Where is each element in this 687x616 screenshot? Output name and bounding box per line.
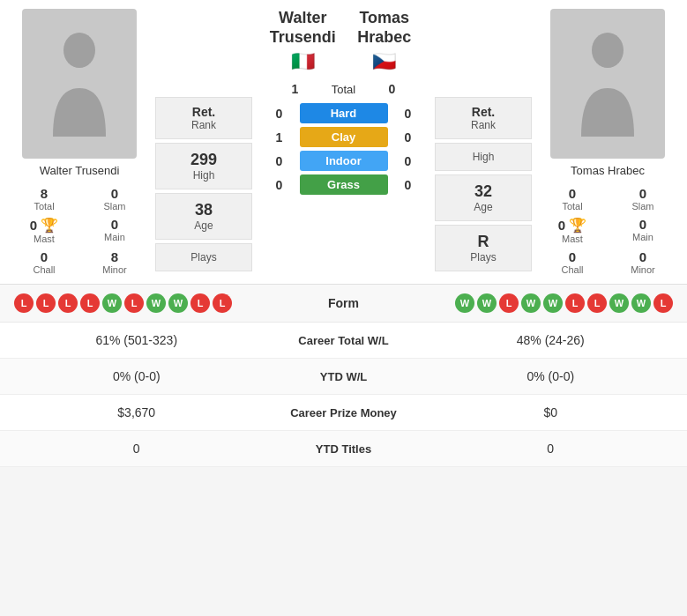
right-mast-cell: 0 🏆 Mast xyxy=(537,217,608,244)
left-plays-box: Plays xyxy=(155,243,252,271)
right-rank-value: Ret. xyxy=(472,105,495,119)
right-plays-box: R Plays xyxy=(435,225,532,271)
right-total-cell: 0 Total xyxy=(537,186,608,212)
right-mast-value: 0 xyxy=(558,218,565,233)
stats-row-left-1: 0% (0-0) xyxy=(18,369,256,383)
player-left-stats: 8 Total 0 Slam 0 🏆 Mast 0 Main xyxy=(9,186,150,275)
form-badge-w: W xyxy=(631,293,651,313)
surface-right-score-3: 0 xyxy=(395,178,422,192)
stats-row-right-1: 0% (0-0) xyxy=(432,369,670,383)
left-slam-cell: 0 Slam xyxy=(79,186,150,212)
stats-row-left-2: $3,670 xyxy=(18,405,256,419)
total-right-score: 0 xyxy=(379,82,406,96)
surface-rows: 0 Hard 0 1 Clay 0 0 Indoor 0 0 Grass 0 xyxy=(258,103,429,198)
svg-point-0 xyxy=(63,33,95,68)
right-age-value: 32 xyxy=(474,182,492,201)
form-badge-l: L xyxy=(499,293,519,313)
left-rank-label: Rank xyxy=(191,119,216,131)
left-total-label: Total xyxy=(34,201,54,212)
stats-row-0: 61% (501-323) Career Total W/L 48% (24-2… xyxy=(0,323,687,359)
left-chall-cell: 0 Chall xyxy=(9,249,79,275)
right-rank-box: Ret. Rank xyxy=(435,97,532,139)
form-badge-w: W xyxy=(146,293,166,313)
surface-row-hard: 0 Hard 0 xyxy=(258,103,429,123)
right-minor-label: Minor xyxy=(631,264,655,275)
right-rank-label: Rank xyxy=(471,119,496,131)
form-badge-l: L xyxy=(190,293,210,313)
player-left-avatar xyxy=(22,9,137,159)
match-center: Walter Trusendi 🇮🇹 Tomas Hrabec 🇨🇿 1 Tot… xyxy=(258,9,429,275)
right-main-value: 0 xyxy=(639,217,646,232)
left-rank-box: Ret. Rank xyxy=(155,97,252,139)
stats-row-3: 0 YTD Titles 0 xyxy=(0,431,687,467)
stats-row-label-1: YTD W/L xyxy=(256,370,432,383)
player-left: Walter Trusendi 8 Total 0 Slam 0 🏆 Mast xyxy=(9,9,150,275)
form-badge-w: W xyxy=(521,293,541,313)
right-high-value: High xyxy=(473,151,495,163)
right-slam-cell: 0 Slam xyxy=(608,186,678,212)
stats-row-left-0: 61% (501-323) xyxy=(18,333,256,347)
surface-badge-clay: Clay xyxy=(300,127,388,147)
surface-right-score-0: 0 xyxy=(395,107,422,121)
surface-row-grass: 0 Grass 0 xyxy=(258,174,429,195)
form-label: Form xyxy=(232,296,455,310)
center-right-stats: Ret. Rank High 32 Age R Plays xyxy=(435,9,532,275)
surface-left-score-3: 0 xyxy=(266,178,293,192)
left-flag: 🇮🇹 xyxy=(266,50,340,73)
left-form-badges: LLLLWLWWLL xyxy=(14,293,232,313)
total-label: Total xyxy=(309,83,379,96)
right-slam-value: 0 xyxy=(639,186,646,201)
form-badge-l: L xyxy=(565,293,585,313)
left-mast-label: Mast xyxy=(34,234,55,244)
right-main-cell: 0 Main xyxy=(608,217,678,244)
center-left-stats: Ret. Rank 299 High 38 Age Plays xyxy=(155,9,252,275)
stats-row-label-2: Career Prize Money xyxy=(256,406,432,419)
stats-row-right-2: $0 xyxy=(432,405,670,419)
player-right-name: Tomas Hrabec xyxy=(571,164,645,177)
form-badge-w: W xyxy=(477,293,497,313)
right-minor-value: 0 xyxy=(639,249,646,264)
left-slam-label: Slam xyxy=(103,201,125,212)
left-plays-label: Plays xyxy=(190,251,216,263)
surface-left-score-1: 1 xyxy=(266,130,293,145)
left-high-box: 299 High xyxy=(155,143,252,189)
form-badge-w: W xyxy=(102,293,122,313)
form-badge-l: L xyxy=(36,293,56,313)
surface-left-score-0: 0 xyxy=(266,107,293,121)
surface-badge-hard: Hard xyxy=(300,103,388,123)
player-right-stats: 0 Total 0 Slam 0 🏆 Mast 0 Main xyxy=(537,186,678,275)
left-main-value: 0 xyxy=(111,217,118,232)
form-badge-l: L xyxy=(587,293,607,313)
left-age-label: Age xyxy=(194,219,213,232)
form-badge-l: L xyxy=(80,293,100,313)
left-player-name-center: Walter Trusendi xyxy=(266,9,340,47)
left-main-label: Main xyxy=(104,232,125,242)
left-mast-cell: 0 🏆 Mast xyxy=(9,217,79,244)
form-badge-w: W xyxy=(609,293,629,313)
stats-row-label-3: YTD Titles xyxy=(256,442,432,456)
surface-right-score-2: 0 xyxy=(395,154,422,168)
form-section: LLLLWLWWLL Form WWLWWLLWWL xyxy=(0,284,687,322)
surface-badge-grass: Grass xyxy=(300,174,388,195)
player-right-avatar xyxy=(550,9,665,159)
surface-row-clay: 1 Clay 0 xyxy=(258,127,429,147)
stats-row-2: $3,670 Career Prize Money $0 xyxy=(0,395,687,431)
form-badge-l: L xyxy=(58,293,78,313)
surface-badge-indoor: Indoor xyxy=(300,151,388,171)
left-age-box: 38 Age xyxy=(155,193,252,240)
right-trophy-icon: 🏆 xyxy=(569,217,586,234)
left-high-value: 299 xyxy=(190,151,217,169)
right-main-label: Main xyxy=(632,232,653,242)
total-row: 1 Total 0 xyxy=(282,82,406,96)
right-chall-value: 0 xyxy=(569,249,576,264)
form-badge-w: W xyxy=(168,293,188,313)
surface-right-score-1: 0 xyxy=(395,130,422,145)
right-mast-label: Mast xyxy=(562,234,583,244)
right-age-label: Age xyxy=(474,201,492,213)
right-chall-cell: 0 Chall xyxy=(537,249,608,275)
stats-row-right-0: 48% (24-26) xyxy=(432,333,670,347)
stats-rows: 61% (501-323) Career Total W/L 48% (24-2… xyxy=(0,322,687,467)
form-badge-w: W xyxy=(455,293,474,313)
left-chall-label: Chall xyxy=(33,264,55,275)
left-slam-value: 0 xyxy=(111,186,118,201)
